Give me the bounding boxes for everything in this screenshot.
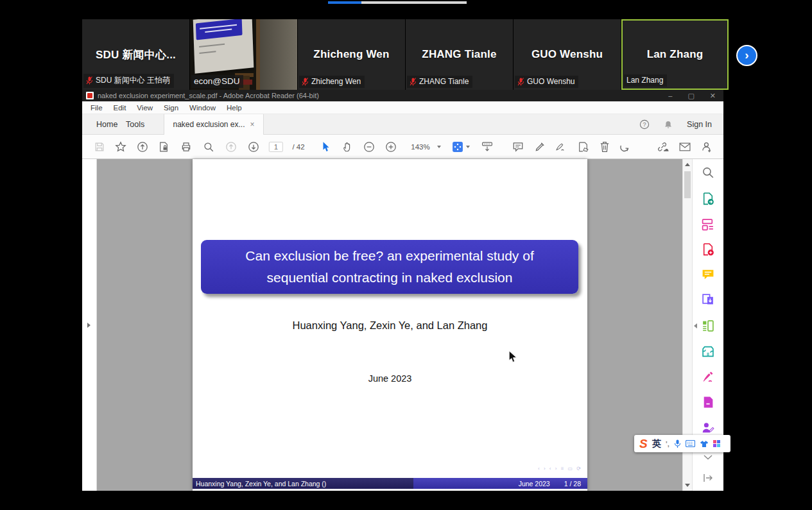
sidebar-chevron-icon[interactable] xyxy=(704,455,713,460)
edit-pdf-tool-icon[interactable] xyxy=(702,218,715,232)
notifications-bell-icon[interactable] xyxy=(664,120,673,130)
help-icon[interactable]: ? xyxy=(639,119,650,130)
svg-text:?: ? xyxy=(643,121,646,128)
participant-label: econ@SDU xyxy=(191,75,243,88)
participant-tile[interactable]: GUO Wenshu GUO Wenshu xyxy=(514,19,621,90)
scrollbar-thumb[interactable] xyxy=(684,171,691,198)
trash-icon[interactable] xyxy=(600,141,610,153)
request-signatures-icon[interactable] xyxy=(701,421,715,435)
menu-edit[interactable]: Edit xyxy=(114,104,126,112)
sogou-logo-icon[interactable]: S xyxy=(639,438,648,450)
participant-tile[interactable]: SDU 新闻中心... SDU 新闻中心 王怡萌 xyxy=(82,19,189,90)
scroll-down-icon[interactable] xyxy=(685,484,690,487)
next-page-icon[interactable] xyxy=(248,141,259,153)
save-icon[interactable] xyxy=(94,141,105,152)
pdf-page: Can exclusion be free? an experimental s… xyxy=(193,159,587,491)
expand-nav-pane-icon[interactable] xyxy=(87,323,91,328)
page-display-icon[interactable] xyxy=(452,140,464,153)
page-number-input[interactable]: 1 xyxy=(269,142,283,152)
participant-label: SDU 新闻中心 王怡萌 xyxy=(83,74,174,88)
ime-toolbar[interactable]: S 英 ’, xyxy=(634,435,730,452)
fill-sign-tool-icon[interactable] xyxy=(702,371,715,384)
navigation-pane-strip[interactable] xyxy=(82,159,97,491)
close-button[interactable]: ✕ xyxy=(710,92,716,100)
request-sign-icon[interactable] xyxy=(701,140,713,153)
comment-icon[interactable] xyxy=(512,141,524,153)
menu-help[interactable]: Help xyxy=(227,104,242,112)
edit-page-icon[interactable] xyxy=(578,141,590,153)
participant-strip: SDU 新闻中心... SDU 新闻中心 王怡萌 econ@SDU Zhiche… xyxy=(82,19,729,90)
highlight-icon[interactable] xyxy=(534,141,546,153)
comment-tool-icon[interactable] xyxy=(702,268,715,281)
toolbar-collapse-icon[interactable] xyxy=(481,141,494,153)
title-bar: naked exclusion experiment_scale.pdf - A… xyxy=(82,90,723,101)
menu-sign[interactable]: Sign xyxy=(164,104,178,112)
find-icon[interactable] xyxy=(203,141,214,153)
ime-language-mode[interactable]: 英 xyxy=(652,438,661,450)
participant-label: Zhicheng Wen xyxy=(299,76,365,88)
participant-label: ZHANG Tianle xyxy=(407,76,472,88)
zoom-out-icon[interactable] xyxy=(363,141,375,153)
minimize-button[interactable]: – xyxy=(668,92,672,99)
email-icon[interactable] xyxy=(679,142,691,152)
ime-toolbox-icon[interactable] xyxy=(713,440,720,447)
tab-tools[interactable]: Tools xyxy=(126,114,144,135)
participant-label: GUO Wenshu xyxy=(515,76,578,88)
footer-page-number: 1 / 28 xyxy=(564,480,581,488)
scroll-up-icon[interactable] xyxy=(685,163,690,166)
participant-label: Lan Zhang xyxy=(624,74,667,87)
collapse-tools-pane-icon[interactable] xyxy=(694,323,697,328)
sign-in-button[interactable]: Sign In xyxy=(687,120,712,129)
hand-tool-icon[interactable] xyxy=(342,141,354,153)
search-tool-icon[interactable] xyxy=(702,166,714,179)
maximize-button[interactable]: ▢ xyxy=(687,92,694,100)
ime-voice-icon[interactable] xyxy=(674,439,681,448)
menu-view[interactable]: View xyxy=(137,104,153,112)
footer-authors: Huanxing Yang, Zexin Ye, and Lan Zhang (… xyxy=(196,480,326,488)
more-tools-icon[interactable] xyxy=(702,396,714,409)
menu-file[interactable]: File xyxy=(91,104,103,112)
previous-page-icon[interactable] xyxy=(225,141,237,153)
slide-title-line2: sequential contracting in naked exclusio… xyxy=(267,267,513,289)
select-tool-icon[interactable] xyxy=(321,141,331,153)
page-display-caret-icon[interactable] xyxy=(466,146,470,148)
sign-pen-icon[interactable] xyxy=(555,141,567,153)
zoom-in-icon[interactable] xyxy=(385,141,397,153)
menu-window[interactable]: Window xyxy=(189,104,216,112)
participant-tile-video[interactable]: econ@SDU xyxy=(190,19,297,90)
beamer-nav-symbols: ‹ › ‹ › ≡ ▭ ⟳ xyxy=(538,466,582,472)
slide-footer: Huanxing Yang, Zexin Ye, and Lan Zhang (… xyxy=(193,478,587,489)
tab-home[interactable]: Home xyxy=(96,114,117,135)
zoom-level-label[interactable]: 143% xyxy=(411,143,429,151)
ime-skin-icon[interactable] xyxy=(700,440,709,448)
ime-keyboard-icon[interactable] xyxy=(686,440,695,447)
projector-screen xyxy=(193,19,254,74)
gallery-next-button[interactable]: › xyxy=(736,45,757,66)
share-link-icon[interactable] xyxy=(657,141,669,153)
sidebar-expand-icon[interactable] xyxy=(703,473,713,482)
document-area: Can exclusion be free? an experimental s… xyxy=(82,159,723,491)
participant-tile[interactable]: ZHANG Tianle ZHANG Tianle xyxy=(406,19,513,90)
footer-date: June 2023 xyxy=(519,480,550,488)
organize-pages-icon[interactable] xyxy=(702,319,715,333)
compress-pdf-icon[interactable] xyxy=(702,345,715,359)
create-pdf-icon[interactable] xyxy=(702,243,715,257)
star-icon[interactable] xyxy=(115,141,126,153)
participant-tile-active-speaker[interactable]: Lan Zhang Lan Zhang xyxy=(621,19,729,90)
share-upload-icon[interactable] xyxy=(137,141,148,153)
refresh-icon[interactable] xyxy=(619,141,630,153)
tab-document[interactable]: naked exclusion ex... × xyxy=(164,114,264,135)
participant-tile[interactable]: Zhicheng Wen Zhicheng Wen xyxy=(298,19,405,90)
print-icon[interactable] xyxy=(180,141,192,153)
ime-punctuation-mode[interactable]: ’, xyxy=(666,440,669,448)
file-protect-icon[interactable] xyxy=(159,141,169,152)
zoom-caret-icon[interactable] xyxy=(437,146,441,148)
close-tab-icon[interactable]: × xyxy=(250,120,255,129)
tab-row: Home Tools naked exclusion ex... × ? Sig… xyxy=(82,114,723,135)
export-pdf-icon[interactable] xyxy=(702,192,715,206)
toolbar: 1 / 42 143% xyxy=(82,135,723,159)
window-title: naked exclusion experiment_scale.pdf - A… xyxy=(98,92,319,99)
muted-mic-icon xyxy=(410,78,417,86)
combine-files-icon[interactable] xyxy=(702,293,715,307)
page-count-label: / 42 xyxy=(292,143,304,151)
